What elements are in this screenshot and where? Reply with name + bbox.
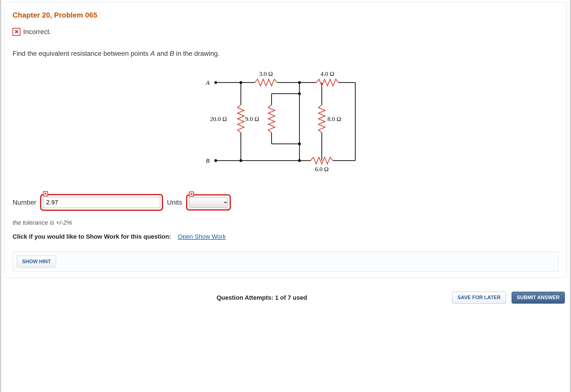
svg-point-31 (239, 81, 242, 84)
footer-row: Question Attempts: 1 of 7 used SAVE FOR … (4, 292, 567, 304)
r-top-left-label: 3.0 Ω (259, 70, 273, 77)
number-label: Number (13, 199, 36, 206)
node-b-label: B (206, 157, 210, 164)
units-select[interactable] (189, 197, 228, 208)
svg-point-37 (298, 159, 301, 162)
r-left-vert-label: 20.0 Ω (210, 115, 227, 122)
hint-bar: SHOW HINT (13, 251, 558, 272)
answer-row: Number ✕ Units ✕ (13, 194, 558, 211)
show-work-label: Click if you would like to Show Work for… (13, 233, 171, 240)
units-field-wrap: ✕ (186, 194, 231, 210)
units-label: Units (167, 199, 182, 206)
prompt-part: and (155, 50, 170, 57)
svg-point-30 (214, 81, 217, 84)
r-bottom-right-label: 6.0 Ω (315, 166, 328, 173)
svg-point-35 (214, 159, 217, 162)
svg-point-36 (239, 159, 242, 162)
prompt-part: Find the equivalent resistance between p… (13, 50, 150, 57)
circuit-diagram: A B 3.0 Ω 4.0 Ω 20.0 Ω 9.0 Ω 8.0 Ω 6.0 Ω (13, 66, 558, 183)
incorrect-badge-icon: ✕ (189, 192, 194, 197)
attempts-label: Question Attempts: 1 of 7 used (217, 294, 307, 301)
point-b: B (170, 50, 174, 57)
open-show-work-link[interactable]: Open Show Work (178, 233, 226, 240)
question-title: Chapter 20, Problem 065 (13, 11, 558, 20)
feedback-text: Incorrect. (23, 28, 51, 36)
show-hint-button[interactable]: SHOW HINT (17, 256, 56, 268)
incorrect-badge-icon: ✕ (43, 191, 48, 196)
point-a: A (150, 50, 155, 57)
tolerance-note: the tolerance is +/-2% (13, 219, 558, 226)
svg-point-32 (298, 81, 301, 84)
submit-answer-button[interactable]: SUBMIT ANSWER (512, 292, 565, 304)
number-field-wrap: ✕ (40, 194, 163, 211)
feedback-row: ✕ Incorrect. (13, 28, 558, 36)
r-right-vert-label: 8.0 Ω (327, 115, 341, 122)
number-input[interactable] (43, 197, 160, 208)
save-for-later-button[interactable]: SAVE FOR LATER (452, 292, 506, 304)
question-prompt: Find the equivalent resistance between p… (13, 50, 558, 57)
svg-point-33 (298, 92, 301, 95)
node-a-label: A (205, 79, 210, 86)
svg-point-34 (298, 142, 301, 145)
show-work-row: Click if you would like to Show Work for… (13, 233, 558, 240)
r-top-right-label: 4.0 Ω (320, 70, 334, 77)
prompt-part: in the drawing. (174, 50, 220, 57)
question-panel: Chapter 20, Problem 065 ✕ Incorrect. Fin… (4, 2, 567, 278)
incorrect-icon: ✕ (13, 28, 20, 36)
r-mid-vert-label: 9.0 Ω (245, 115, 259, 122)
